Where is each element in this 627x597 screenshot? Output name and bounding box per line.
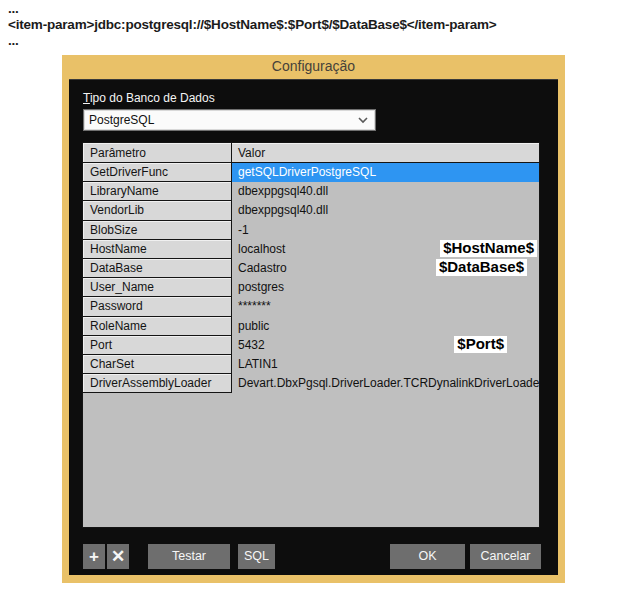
- table-row[interactable]: RoleNamepublic: [83, 317, 539, 336]
- plus-icon: +: [89, 547, 99, 566]
- value-cell[interactable]: *******: [232, 297, 539, 316]
- value-cell[interactable]: getSQLDriverPostgreSQL: [232, 163, 539, 182]
- code-line: ...: [8, 1, 496, 17]
- x-icon: ✕: [111, 547, 125, 566]
- table-row[interactable]: CharSetLATIN1: [83, 355, 539, 374]
- testar-button[interactable]: Testar: [148, 544, 230, 569]
- param-cell[interactable]: Port: [83, 336, 232, 355]
- param-cell[interactable]: HostName: [83, 240, 232, 259]
- value-cell[interactable]: Devart.DbxPgsql.DriverLoader.TCRDynalink…: [232, 374, 539, 393]
- table-row[interactable]: VendorLibdbexppgsql40.dll: [83, 201, 539, 220]
- table-row[interactable]: User_Namepostgres: [83, 278, 539, 297]
- param-cell[interactable]: LibraryName: [83, 182, 232, 201]
- table-row[interactable]: HostNamelocalhost$HostName$: [83, 240, 539, 259]
- db-type-label: Tipo do Banco de Dados: [83, 91, 215, 105]
- db-type-select[interactable]: PostgreSQL: [83, 109, 376, 131]
- cancelar-button[interactable]: Cancelar: [470, 544, 541, 569]
- value-cell[interactable]: LATIN1: [232, 355, 539, 374]
- value-cell[interactable]: dbexppgsql40.dll: [232, 182, 539, 201]
- value-cell[interactable]: -1: [232, 221, 539, 240]
- header-cell-parametro[interactable]: Parâmetro: [83, 143, 232, 162]
- param-cell[interactable]: BlobSize: [83, 221, 232, 240]
- config-window: Configuração Tipo do Banco de Dados Post…: [62, 55, 565, 583]
- value-cell[interactable]: public: [232, 317, 539, 336]
- delete-button[interactable]: ✕: [107, 544, 129, 569]
- code-snippet: ... <item-param>jdbc:postgresql://$HostN…: [8, 1, 496, 49]
- param-annotation-port: $Port$: [454, 336, 507, 353]
- param-grid-body: GetDriverFuncgetSQLDriverPostgreSQLLibra…: [83, 163, 539, 393]
- param-cell[interactable]: DataBase: [83, 259, 232, 278]
- table-row[interactable]: BlobSize-1: [83, 221, 539, 240]
- window-title: Configuração: [272, 58, 355, 74]
- value-cell[interactable]: dbexppgsql40.dll: [232, 201, 539, 220]
- value-cell[interactable]: postgres: [232, 278, 539, 297]
- table-row[interactable]: Password*******: [83, 297, 539, 316]
- table-row[interactable]: LibraryNamedbexppgsql40.dll: [83, 182, 539, 201]
- window-content: Tipo do Banco de Dados PostgreSQL Parâme…: [69, 79, 558, 575]
- param-cell[interactable]: GetDriverFunc: [83, 163, 232, 182]
- code-line: <item-param>jdbc:postgresql://$HostName$…: [8, 17, 496, 33]
- ok-button[interactable]: OK: [390, 544, 465, 569]
- table-row[interactable]: DriverAssemblyLoaderDevart.DbxPgsql.Driv…: [83, 374, 539, 393]
- param-cell[interactable]: CharSet: [83, 355, 232, 374]
- param-cell[interactable]: DriverAssemblyLoader: [83, 374, 232, 393]
- add-button[interactable]: +: [83, 544, 105, 569]
- param-cell[interactable]: VendorLib: [83, 201, 232, 220]
- window-titlebar[interactable]: Configuração: [69, 55, 558, 79]
- param-cell[interactable]: User_Name: [83, 278, 232, 297]
- param-cell[interactable]: Password: [83, 297, 232, 316]
- table-row[interactable]: Port5432$Port$: [83, 336, 539, 355]
- param-annotation-hostname: $HostName$: [440, 240, 537, 257]
- chevron-down-icon: [357, 115, 369, 125]
- code-line: ...: [8, 33, 496, 49]
- table-row[interactable]: GetDriverFuncgetSQLDriverPostgreSQL: [83, 163, 539, 182]
- db-type-selected-value: PostgreSQL: [89, 113, 154, 127]
- table-row[interactable]: DataBaseCadastro$DataBase$: [83, 259, 539, 278]
- param-grid[interactable]: Parâmetro Valor GetDriverFuncgetSQLDrive…: [82, 142, 540, 528]
- param-annotation-database: $DataBase$: [436, 259, 527, 276]
- grid-header: Parâmetro Valor: [83, 143, 539, 163]
- param-cell[interactable]: RoleName: [83, 317, 232, 336]
- page: ... <item-param>jdbc:postgresql://$HostN…: [0, 0, 627, 597]
- sql-button[interactable]: SQL: [238, 544, 275, 569]
- header-cell-valor[interactable]: Valor: [232, 143, 539, 162]
